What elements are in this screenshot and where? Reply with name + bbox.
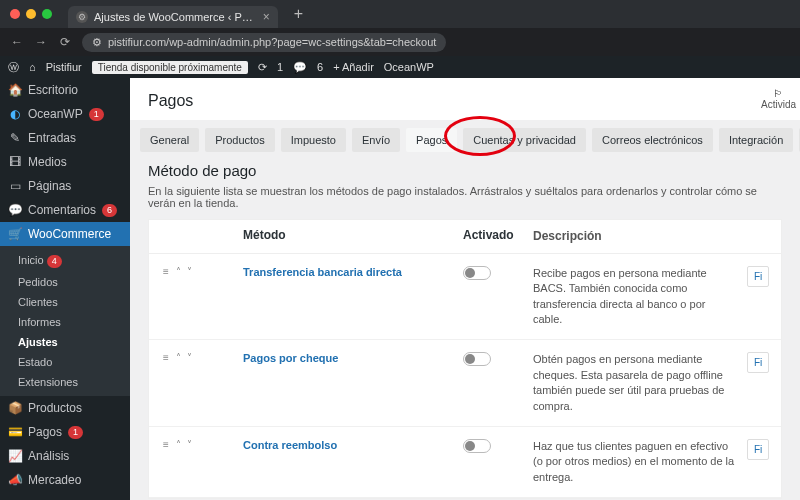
- sidebar-item-comentarios[interactable]: 💬Comentarios 6: [0, 198, 130, 222]
- settings-tabs: General Productos Impuesto Envío Pagos C…: [130, 120, 800, 158]
- col-desc: Descripción: [533, 228, 747, 245]
- finish-setup-button[interactable]: Fi: [747, 266, 769, 287]
- table-row: ≡ ˄ ˅ Pagos por cheque Obtén pagos en pe…: [149, 340, 781, 427]
- window-maximize-icon[interactable]: [42, 9, 52, 19]
- window-minimize-icon[interactable]: [26, 9, 36, 19]
- reload-icon[interactable]: ⟳: [58, 35, 72, 49]
- sidebar-item-medios[interactable]: 🎞Medios: [0, 150, 130, 174]
- table-header: Método Activado Descripción: [149, 220, 781, 254]
- tab-title: Ajustes de WooCommerce ‹ P…: [94, 11, 253, 23]
- home-icon[interactable]: ⌂: [29, 61, 36, 73]
- section-payment-methods: Método de pago En la siguiente lista se …: [130, 158, 800, 500]
- sub-inicio[interactable]: Inicio 4: [0, 250, 130, 272]
- payments-icon: 💳: [8, 425, 22, 439]
- tab-favicon-icon: ⚙: [76, 11, 88, 23]
- sidebar-item-oceanwp[interactable]: ◐OceanWP 1: [0, 102, 130, 126]
- sidebar-item-analisis[interactable]: 📈Análisis: [0, 444, 130, 468]
- sidebar-item-escritorio[interactable]: 🏠Escritorio: [0, 78, 130, 102]
- wp-logo-icon[interactable]: ⓦ: [8, 60, 19, 75]
- tab-pagos[interactable]: Pagos: [406, 128, 457, 152]
- sidebar-item-entradas[interactable]: ✎Entradas: [0, 126, 130, 150]
- method-desc: Recibe pagos en persona mediante BACS. T…: [533, 266, 747, 328]
- browser-tabstrip: ⚙ Ajustes de WooCommerce ‹ P… × +: [0, 0, 800, 28]
- method-desc: Haz que tus clientes paguen en efectivo …: [533, 439, 747, 485]
- payment-methods-table: Método Activado Descripción ≡ ˄ ˅ Transf…: [148, 219, 782, 499]
- tab-cuentas[interactable]: Cuentas y privacidad: [463, 128, 586, 152]
- section-description: En la siguiente lista se muestran los mé…: [148, 185, 782, 209]
- tab-integracion[interactable]: Integración: [719, 128, 793, 152]
- address-bar[interactable]: ⚙ pistifiur.com/wp-admin/admin.php?page=…: [82, 33, 446, 52]
- badge: 4: [47, 255, 62, 268]
- sub-ajustes[interactable]: Ajustes: [0, 332, 130, 352]
- admin-sidebar: 🏠Escritorio ◐OceanWP 1 ✎Entradas 🎞Medios…: [0, 78, 130, 500]
- updates-icon[interactable]: ⟳: [258, 61, 267, 74]
- drag-handle[interactable]: ≡ ˄ ˅: [163, 439, 243, 450]
- forward-icon[interactable]: →: [34, 35, 48, 49]
- method-desc: Obtén pagos en persona mediante cheques.…: [533, 352, 747, 414]
- table-row: ≡ ˄ ˅ Contra reembolso Haz que tus clien…: [149, 427, 781, 498]
- analytics-icon: 📈: [8, 449, 22, 463]
- col-enabled: Activado: [463, 228, 533, 245]
- enabled-toggle[interactable]: [463, 266, 491, 280]
- enabled-toggle[interactable]: [463, 352, 491, 366]
- comments-count: 6: [317, 61, 323, 73]
- media-icon: 🎞: [8, 155, 22, 169]
- site-settings-icon[interactable]: ⚙: [92, 36, 102, 49]
- woocommerce-submenu: Inicio 4 Pedidos Clientes Informes Ajust…: [0, 246, 130, 396]
- sidebar-item-productos[interactable]: 📦Productos: [0, 396, 130, 420]
- activity-icon: 🏳: [761, 88, 796, 99]
- dashboard-icon: 🏠: [8, 83, 22, 97]
- sub-clientes[interactable]: Clientes: [0, 292, 130, 312]
- badge: 6: [102, 204, 117, 217]
- drag-handle[interactable]: ≡ ˄ ˅: [163, 266, 243, 277]
- products-icon: 📦: [8, 401, 22, 415]
- store-notice: Tienda disponible próximamente: [92, 61, 248, 74]
- oceanwp-icon: ◐: [8, 107, 22, 121]
- sub-informes[interactable]: Informes: [0, 312, 130, 332]
- sidebar-item-pagos[interactable]: 💳Pagos 1: [0, 420, 130, 444]
- new-tab-button[interactable]: +: [294, 5, 303, 23]
- tab-impuesto[interactable]: Impuesto: [281, 128, 346, 152]
- main-content: 🏳Activida Pagos General Productos Impues…: [130, 78, 800, 500]
- sidebar-item-paginas[interactable]: ▭Páginas: [0, 174, 130, 198]
- new-content-button[interactable]: + Añadir: [333, 61, 374, 73]
- sidebar-item-mercadeo[interactable]: 📣Mercadeo: [0, 468, 130, 492]
- method-link[interactable]: Transferencia bancaria directa: [243, 266, 402, 278]
- method-link[interactable]: Contra reembolso: [243, 439, 337, 451]
- site-name[interactable]: Pistifiur: [46, 61, 82, 73]
- sub-pedidos[interactable]: Pedidos: [0, 272, 130, 292]
- col-method: Método: [243, 228, 463, 245]
- posts-icon: ✎: [8, 131, 22, 145]
- sidebar-item-woocommerce[interactable]: 🛒WooCommerce: [0, 222, 130, 246]
- browser-tab[interactable]: ⚙ Ajustes de WooCommerce ‹ P… ×: [68, 6, 278, 28]
- url-text: pistifiur.com/wp-admin/admin.php?page=wc…: [108, 36, 436, 48]
- browser-toolbar: ← → ⟳ ⚙ pistifiur.com/wp-admin/admin.php…: [0, 28, 800, 56]
- drag-handle[interactable]: ≡ ˄ ˅: [163, 352, 243, 363]
- window-close-icon[interactable]: [10, 9, 20, 19]
- back-icon[interactable]: ←: [10, 35, 24, 49]
- theme-link[interactable]: OceanWP: [384, 61, 434, 73]
- badge: 1: [68, 426, 83, 439]
- comments-icon[interactable]: 💬: [293, 61, 307, 74]
- woocommerce-icon: 🛒: [8, 227, 22, 241]
- tab-general[interactable]: General: [140, 128, 199, 152]
- comments-menu-icon: 💬: [8, 203, 22, 217]
- badge: 1: [89, 108, 104, 121]
- close-tab-icon[interactable]: ×: [263, 10, 270, 24]
- sub-extensiones[interactable]: Extensiones: [0, 372, 130, 392]
- method-link[interactable]: Pagos por cheque: [243, 352, 338, 364]
- pages-icon: ▭: [8, 179, 22, 193]
- sub-estado[interactable]: Estado: [0, 352, 130, 372]
- page-title: Pagos: [130, 78, 800, 120]
- enabled-toggle[interactable]: [463, 439, 491, 453]
- finish-setup-button[interactable]: Fi: [747, 352, 769, 373]
- table-row: ≡ ˄ ˅ Transferencia bancaria directa Rec…: [149, 254, 781, 341]
- tab-correos[interactable]: Correos electrónicos: [592, 128, 713, 152]
- tab-envio[interactable]: Envío: [352, 128, 400, 152]
- marketing-icon: 📣: [8, 473, 22, 487]
- updates-count: 1: [277, 61, 283, 73]
- tab-productos[interactable]: Productos: [205, 128, 275, 152]
- finish-setup-button[interactable]: Fi: [747, 439, 769, 460]
- activity-link[interactable]: 🏳Activida: [761, 88, 796, 110]
- section-title: Método de pago: [148, 162, 782, 179]
